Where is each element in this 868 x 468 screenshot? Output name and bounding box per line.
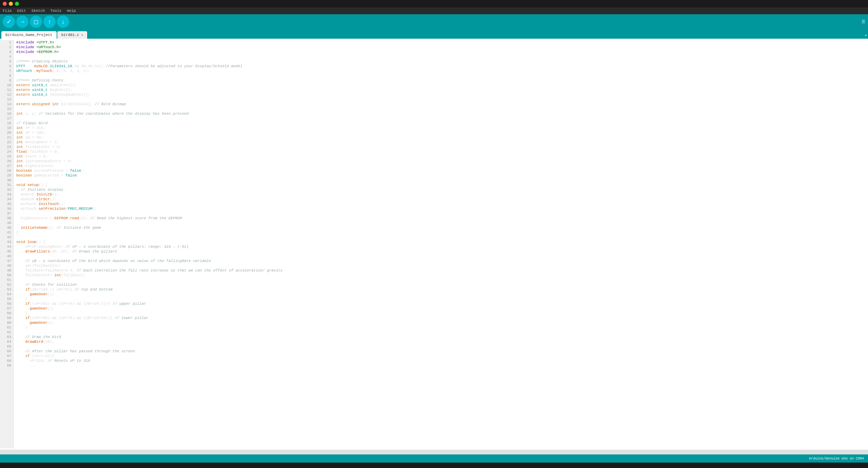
window-controls[interactable]: [3, 2, 19, 6]
tab-bird[interactable]: bird01.c ✕: [57, 31, 87, 39]
serial-monitor-button[interactable]: ☰: [862, 19, 865, 24]
minimize-window-button[interactable]: [9, 2, 13, 6]
code-container: 12345 678910 1112131415 1617181920 21222…: [0, 40, 868, 448]
title-bar: [0, 0, 868, 7]
tab-bird-label: bird01.c: [61, 33, 79, 37]
line-numbers: 12345 678910 1112131415 1617181920 21222…: [0, 40, 14, 448]
upload-button[interactable]: →: [16, 16, 28, 28]
status-bar: Arduino/Genuine Uno on COM4: [0, 454, 868, 463]
code-editor[interactable]: 12345 678910 1112131415 1617181920 21222…: [0, 39, 868, 450]
menu-edit[interactable]: Edit: [17, 9, 26, 13]
tab-main[interactable]: Birduino_Game_Project: [1, 31, 57, 39]
code-text[interactable]: #include <UTFT.h> #include <URTouch.h> #…: [14, 40, 868, 448]
verify-button[interactable]: ✓: [3, 16, 15, 28]
tab-bird-close[interactable]: ✕: [81, 33, 83, 37]
close-window-button[interactable]: [3, 2, 7, 6]
tab-main-label: Birduino_Game_Project: [5, 33, 53, 37]
tabs-right-control[interactable]: ◂: [864, 33, 867, 39]
menu-bar: File Edit Sketch Tools Help: [0, 7, 868, 14]
maximize-window-button[interactable]: [15, 2, 19, 6]
toolbar: ✓ → ◻ ↑ ↓ ☰: [0, 14, 868, 29]
horizontal-scrollbar[interactable]: [0, 450, 868, 454]
save-button[interactable]: ↓: [57, 16, 69, 28]
menu-tools[interactable]: Tools: [50, 9, 61, 13]
menu-help[interactable]: Help: [67, 9, 76, 13]
tabs-bar: Birduino_Game_Project bird01.c ✕ ◂: [0, 29, 868, 39]
status-right: Arduino/Genuine Uno on COM4: [809, 457, 864, 461]
new-button[interactable]: ◻: [30, 16, 42, 28]
menu-sketch[interactable]: Sketch: [32, 9, 45, 13]
menu-file[interactable]: File: [3, 9, 12, 13]
open-button[interactable]: ↑: [43, 16, 56, 28]
